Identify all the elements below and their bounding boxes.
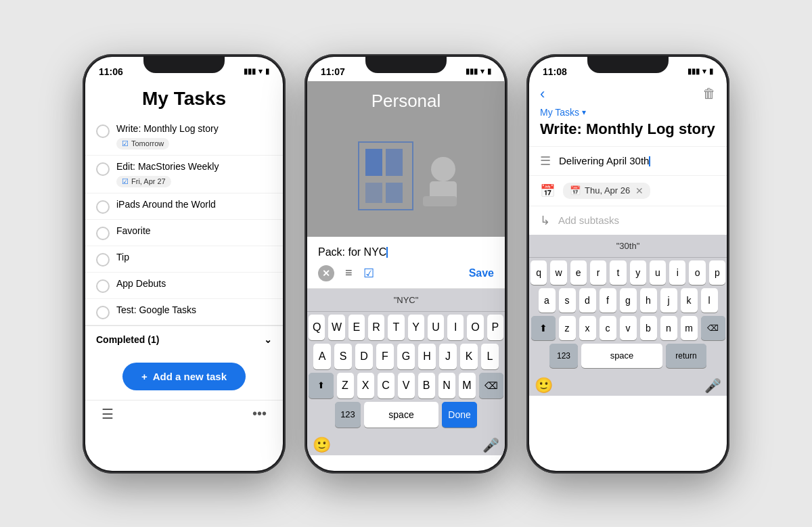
- task-title-2: Edit: MacStories Weekly: [116, 161, 272, 172]
- task-circle-1[interactable]: [96, 124, 110, 138]
- key-i[interactable]: I: [447, 315, 464, 340]
- task-input-area[interactable]: Pack: for NYC ✕ ≡ ☑ Save: [307, 237, 505, 289]
- key-y3[interactable]: y: [630, 260, 646, 285]
- subtask-placeholder[interactable]: Add subtasks: [558, 214, 619, 226]
- completed-row[interactable]: Completed (1) ⌄: [85, 325, 283, 353]
- key-d3[interactable]: d: [579, 288, 596, 313]
- mic-icon-2[interactable]: 🎤: [482, 437, 499, 453]
- autocomplete-item-2[interactable]: "NYC": [383, 291, 430, 309]
- key-u3[interactable]: u: [650, 260, 666, 285]
- task-circle-7[interactable]: [96, 306, 110, 319]
- task-circle-5[interactable]: [96, 253, 110, 267]
- key-l3[interactable]: l: [701, 288, 718, 313]
- detail-project[interactable]: My Tasks ▾: [529, 107, 727, 120]
- key-v[interactable]: V: [398, 373, 415, 398]
- key-o3[interactable]: o: [689, 260, 705, 285]
- emoji-icon-3[interactable]: 🙂: [535, 377, 553, 394]
- task-badge-1[interactable]: ☑ Tomorrow: [116, 138, 169, 150]
- key-f3[interactable]: f: [600, 288, 616, 313]
- key-e[interactable]: E: [348, 315, 365, 340]
- key-p3[interactable]: p: [709, 260, 725, 285]
- key-shift[interactable]: ⬆: [309, 373, 334, 398]
- key-w3[interactable]: w: [550, 260, 566, 285]
- key-return[interactable]: return: [666, 344, 706, 368]
- key-j3[interactable]: j: [660, 288, 677, 313]
- key-t[interactable]: T: [388, 315, 404, 340]
- key-p[interactable]: P: [487, 315, 503, 340]
- plus-icon: +: [141, 371, 148, 382]
- key-s[interactable]: S: [334, 344, 352, 369]
- key-w[interactable]: W: [328, 315, 344, 340]
- note-icon: ☰: [540, 154, 551, 168]
- add-task-button[interactable]: + Add a new task: [122, 363, 246, 390]
- key-delete[interactable]: ⌫: [479, 373, 504, 398]
- key-r[interactable]: R: [368, 315, 384, 340]
- key-t3[interactable]: t: [610, 260, 626, 285]
- task-badge-2[interactable]: ☑ Fri, Apr 27: [116, 176, 171, 187]
- screen-1: My Tasks Write: Monthly Log story ☑ Tomo…: [85, 81, 283, 471]
- key-x3[interactable]: x: [579, 316, 596, 340]
- key-c3[interactable]: c: [600, 316, 616, 340]
- key-num3[interactable]: 123: [549, 344, 578, 368]
- cancel-input-button[interactable]: ✕: [318, 265, 334, 281]
- autocomplete-item-3[interactable]: "30th": [606, 237, 651, 255]
- key-h3[interactable]: h: [640, 288, 657, 313]
- key-d[interactable]: D: [355, 344, 373, 369]
- more-icon[interactable]: •••: [252, 406, 267, 422]
- task-circle-3[interactable]: [96, 200, 110, 214]
- key-s3[interactable]: s: [559, 288, 576, 313]
- key-c[interactable]: C: [378, 373, 394, 398]
- key-space3[interactable]: space: [581, 344, 662, 368]
- task-text-6: App Debuts: [116, 278, 272, 292]
- key-g[interactable]: G: [397, 344, 415, 369]
- key-o[interactable]: O: [467, 315, 483, 340]
- key-num-2[interactable]: 123: [335, 402, 361, 428]
- key-f[interactable]: F: [376, 344, 394, 369]
- hamburger-icon[interactable]: ☰: [102, 406, 114, 422]
- key-delete3[interactable]: ⌫: [701, 316, 725, 340]
- key-v3[interactable]: v: [620, 316, 637, 340]
- key-x[interactable]: X: [357, 373, 374, 398]
- key-a3[interactable]: a: [539, 288, 556, 313]
- save-button[interactable]: Save: [469, 267, 494, 279]
- key-g3[interactable]: g: [620, 288, 637, 313]
- key-shift3[interactable]: ⬆: [531, 316, 556, 340]
- key-n3[interactable]: n: [660, 316, 677, 340]
- emoji-icon-2[interactable]: 🙂: [313, 436, 331, 454]
- phone-3-screen: 11:08 ▮▮▮ ▾ ▮ ‹ 🗑 My Tasks ▾ Write: Mont…: [529, 57, 727, 471]
- key-k3[interactable]: k: [681, 288, 698, 313]
- key-space-2[interactable]: space: [364, 402, 438, 428]
- key-l[interactable]: L: [481, 344, 499, 369]
- key-j[interactable]: J: [439, 344, 457, 369]
- key-b[interactable]: B: [418, 373, 435, 398]
- task-circle-6[interactable]: [96, 279, 110, 293]
- check-calendar-icon[interactable]: ☑: [363, 266, 374, 281]
- key-y[interactable]: Y: [408, 315, 424, 340]
- date-badge[interactable]: 📅 Thu, Apr 26 ✕: [563, 183, 650, 199]
- clear-date-button[interactable]: ✕: [635, 185, 644, 196]
- key-q[interactable]: Q: [309, 315, 325, 340]
- key-u[interactable]: U: [428, 315, 444, 340]
- key-h[interactable]: H: [418, 344, 436, 369]
- note-text[interactable]: Delivering April 30th: [559, 155, 716, 167]
- task-circle-2[interactable]: [96, 162, 110, 176]
- task-input-text[interactable]: Pack: for NYC: [318, 246, 494, 258]
- back-button[interactable]: ‹: [540, 85, 545, 103]
- key-z[interactable]: Z: [337, 373, 354, 398]
- list-icon[interactable]: ≡: [345, 266, 353, 280]
- key-m3[interactable]: m: [681, 316, 698, 340]
- key-a[interactable]: A: [313, 344, 331, 369]
- key-r3[interactable]: r: [590, 260, 606, 285]
- key-n[interactable]: N: [438, 373, 455, 398]
- key-b3[interactable]: b: [640, 316, 657, 340]
- key-k[interactable]: K: [460, 344, 478, 369]
- key-done[interactable]: Done: [442, 402, 477, 428]
- delete-button[interactable]: 🗑: [702, 86, 716, 101]
- task-circle-4[interactable]: [96, 227, 110, 240]
- key-q3[interactable]: q: [531, 260, 547, 285]
- key-i3[interactable]: i: [669, 260, 685, 285]
- key-z3[interactable]: z: [559, 316, 576, 340]
- key-m[interactable]: M: [459, 373, 476, 398]
- key-e3[interactable]: e: [570, 260, 587, 285]
- mic-icon-3[interactable]: 🎤: [704, 377, 721, 394]
